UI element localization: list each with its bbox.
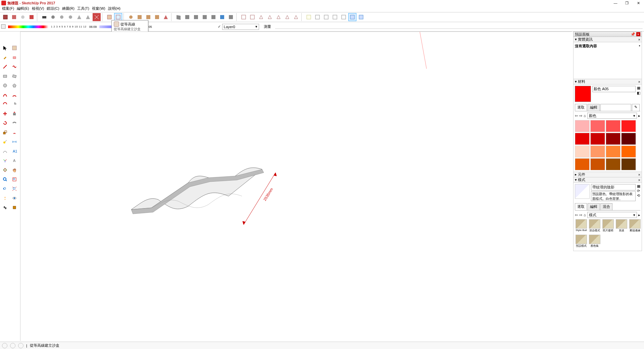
style-tab-mix[interactable]: 混合: [600, 203, 612, 210]
style-new-icon[interactable]: ⟳: [637, 189, 640, 193]
color-swatch[interactable]: [590, 146, 605, 158]
panel-close-icon[interactable]: ×: [638, 38, 640, 42]
style-nav-back-icon[interactable]: ⇦: [575, 213, 578, 217]
color-swatch[interactable]: [575, 158, 590, 170]
color-swatch[interactable]: [575, 120, 590, 132]
default-material-icon[interactable]: ◧: [637, 91, 640, 95]
minimize-button[interactable]: —: [610, 0, 621, 6]
style-mono-icon[interactable]: [348, 13, 356, 21]
pushpull-tool-icon[interactable]: [10, 109, 19, 118]
nav-fwd-icon[interactable]: ⇨: [579, 114, 582, 118]
style-item[interactable]: 顏色集: [588, 235, 601, 249]
eraser-tool-icon[interactable]: [10, 53, 19, 62]
menu-window[interactable]: 視窗(W): [92, 6, 105, 12]
detail-icon[interactable]: ▸: [638, 114, 640, 118]
camera-icon[interactable]: [40, 13, 48, 21]
view-icon-7[interactable]: [292, 13, 300, 21]
tool-make-component-icon[interactable]: [1, 13, 9, 21]
tool-icon-4[interactable]: [28, 13, 36, 21]
tool-make-group-icon[interactable]: [10, 13, 18, 21]
color-swatch[interactable]: [621, 120, 636, 132]
color-swatch[interactable]: [606, 133, 621, 145]
nav-back-icon[interactable]: ⇦: [575, 114, 578, 118]
layer-check-icon[interactable]: ✓: [218, 24, 221, 29]
color-swatch[interactable]: [606, 120, 621, 132]
zoom-prev-tool-icon[interactable]: [1, 184, 9, 193]
layer-select[interactable]: Layer0 ▾: [222, 24, 259, 30]
menu-edit[interactable]: 編輯(E): [17, 6, 29, 12]
color-swatch[interactable]: [606, 158, 621, 170]
line-tool-icon[interactable]: [1, 62, 9, 71]
style-textured-icon[interactable]: [340, 13, 348, 21]
viewport[interactable]: 2535mm: [20, 32, 572, 341]
measure-input[interactable]: [275, 25, 643, 29]
left-view-icon[interactable]: [283, 13, 291, 21]
sandbox-detail-icon[interactable]: [153, 13, 161, 21]
style-tab-edit[interactable]: 編輯: [588, 203, 600, 210]
top-view-icon[interactable]: [248, 13, 256, 21]
color-swatch[interactable]: [621, 146, 636, 158]
home-icon[interactable]: ⌂: [584, 114, 586, 118]
style-item[interactable]: 預設樣式: [575, 235, 588, 249]
freehand-tool-icon[interactable]: [10, 62, 19, 71]
style-desc[interactable]: 預設顏色。帶紋理陰影的表面樣式。白色背景。: [591, 191, 636, 201]
axes-tool-icon[interactable]: [1, 156, 9, 165]
color-swatch[interactable]: [590, 133, 605, 145]
dimension-tool-icon[interactable]: [10, 137, 19, 146]
current-material-swatch[interactable]: [575, 86, 591, 102]
style-hidden-icon[interactable]: [322, 13, 330, 21]
tray-close-icon[interactable]: ×: [636, 32, 640, 36]
style-name[interactable]: 帶紋理的陰影: [591, 184, 636, 190]
solid-outer-icon[interactable]: [175, 13, 183, 21]
tray-title-bar[interactable]: 預設面板 📌 ×: [573, 32, 642, 37]
style-item[interactable]: Style Buil: [575, 219, 588, 234]
solid-trim-icon[interactable]: [209, 13, 217, 21]
protractor-tool-icon[interactable]: [1, 147, 9, 156]
lookaround-tool-icon[interactable]: [10, 194, 19, 202]
select-tool-icon[interactable]: [1, 44, 9, 52]
color-swatch[interactable]: [606, 146, 621, 158]
color-swatch[interactable]: [590, 158, 605, 170]
arc2-tool-icon[interactable]: [10, 91, 19, 99]
right-view-icon[interactable]: [266, 13, 274, 21]
orbit-tool-icon[interactable]: [1, 166, 9, 174]
panel-close-icon[interactable]: ×: [638, 178, 640, 182]
create-material-icon[interactable]: ▦: [637, 86, 640, 90]
text3d-tool-icon[interactable]: A: [10, 156, 19, 165]
style-icon-7[interactable]: [357, 13, 365, 21]
solid-union-icon[interactable]: [192, 13, 200, 21]
component-tool-icon[interactable]: [10, 44, 19, 52]
style-item[interactable]: 素描邊緣: [629, 219, 641, 234]
shadow-toggle-icon[interactable]: [1, 24, 5, 29]
scale-tool-icon[interactable]: [1, 128, 9, 137]
tab-edit[interactable]: 編輯: [588, 104, 600, 111]
menu-view[interactable]: 檢視(V): [32, 6, 44, 12]
style-refresh-icon[interactable]: ⟲: [637, 193, 640, 198]
tool-icon-11[interactable]: [93, 13, 101, 21]
solid-split-icon[interactable]: [218, 13, 226, 21]
pan-tool-icon[interactable]: [10, 166, 19, 174]
color-swatch[interactable]: [621, 133, 636, 145]
menu-draw[interactable]: 繪圖(R): [62, 6, 75, 12]
style-item[interactable]: 混合樣式: [588, 219, 601, 234]
rotate-tool-icon[interactable]: [1, 119, 9, 127]
style-category-select[interactable]: 樣式▾: [587, 212, 637, 218]
solid-subtract-icon[interactable]: [201, 13, 209, 21]
zoom-window-tool-icon[interactable]: [10, 175, 19, 184]
tab-select[interactable]: 選取: [575, 104, 587, 111]
pin-icon[interactable]: 📌: [631, 32, 635, 36]
menu-help[interactable]: 說明(H): [108, 6, 120, 12]
style-nav-fwd-icon[interactable]: ⇨: [579, 213, 582, 217]
style-item[interactable]: 照片建模: [602, 219, 614, 234]
arc3-tool-icon[interactable]: [1, 100, 9, 109]
section-tool-icon[interactable]: [10, 203, 19, 212]
position-camera-tool-icon[interactable]: [1, 194, 9, 202]
tool-icon-9[interactable]: [75, 13, 83, 21]
entity-menu-icon[interactable]: ▪: [639, 44, 640, 49]
menu-file[interactable]: 檔案(F): [2, 6, 14, 12]
style-xray-icon[interactable]: [305, 13, 313, 21]
walk-tool-icon[interactable]: [1, 203, 9, 212]
arc-tool-icon[interactable]: [1, 91, 9, 99]
menu-tools[interactable]: 工具(T): [77, 6, 89, 12]
color-swatch[interactable]: [590, 120, 605, 132]
